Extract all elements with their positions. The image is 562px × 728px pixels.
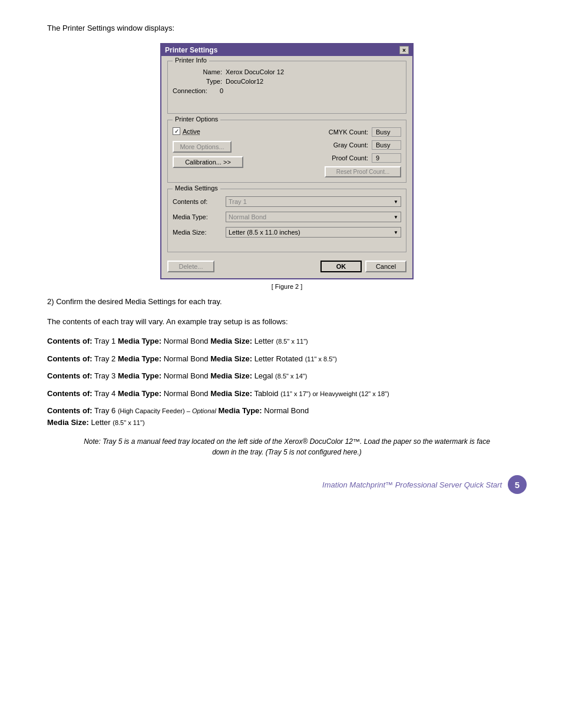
tray6-media-size-value: Letter xyxy=(91,418,113,427)
dialog-titlebar: Printer Settings × xyxy=(161,44,412,56)
more-options-button[interactable]: More Options... xyxy=(173,141,232,153)
close-button[interactable]: × xyxy=(399,46,409,54)
dialog-wrapper: Printer Settings × Printer Info Name: Xe… xyxy=(47,43,527,290)
tray2-contents-label: Contents of: xyxy=(47,354,92,363)
active-label: Active xyxy=(183,128,200,135)
tray2-line: Contents of: Tray 2 Media Type: Normal B… xyxy=(47,353,527,365)
media-settings-content: Contents of: Tray 1 ▼ Media Type: Normal… xyxy=(173,196,401,247)
tray6-media-type-value: Normal Bond xyxy=(264,406,309,415)
printer-options-group: Printer Options ✓ Active More Options...… xyxy=(167,120,406,183)
cmyk-value: Busy xyxy=(372,127,401,137)
cmyk-count-row: CMYK Count: Busy xyxy=(289,127,401,137)
calibration-button[interactable]: Calibration... >> xyxy=(173,156,243,168)
tray3-media-type-label: Media Type: xyxy=(118,371,161,380)
ok-button[interactable]: OK xyxy=(320,261,362,272)
dialog-body: Printer Info Name: Xerox DocuColor 12 Ty… xyxy=(161,56,412,278)
tray4-line: Contents of: Tray 4 Media Type: Normal B… xyxy=(47,388,527,400)
printer-info-content: Name: Xerox DocuColor 12 Type: DocuColor… xyxy=(173,68,401,108)
printer-settings-dialog: Printer Settings × Printer Info Name: Xe… xyxy=(160,43,414,279)
tray4-contents-value: Tray 4 xyxy=(94,389,118,398)
tray3-line: Contents of: Tray 3 Media Type: Normal B… xyxy=(47,370,527,382)
printer-info-label: Printer Info xyxy=(173,57,209,64)
tray4-contents-label: Contents of: xyxy=(47,389,92,398)
tray2-media-size-detail: (11" x 8.5") xyxy=(305,355,337,363)
note-block: Note: Tray 5 is a manual feed tray locat… xyxy=(82,436,491,457)
tray1-line: Contents of: Tray 1 Media Type: Normal B… xyxy=(47,335,527,347)
active-checkbox-row: ✓ Active xyxy=(173,127,285,135)
tray1-media-type-value: Normal Bond xyxy=(164,337,210,345)
dialog-footer: Delete... OK Cancel xyxy=(167,258,406,272)
tray4-media-size-label: Media Size: xyxy=(210,389,252,398)
proof-label: Proof Count: xyxy=(289,154,368,162)
page-footer: Imation Matchprint™ Professional Server … xyxy=(47,475,527,494)
media-type-label: Media Type: xyxy=(173,213,226,220)
reset-proof-button[interactable]: Reset Proof Count... xyxy=(325,166,401,177)
tray1-media-size-label: Media Size: xyxy=(210,337,252,345)
tray6-line: Contents of: Tray 6 (High Capacity Feede… xyxy=(47,405,527,428)
printer-options-label: Printer Options xyxy=(173,116,220,123)
type-row: Type: DocuColor12 xyxy=(173,78,401,85)
tray6-media-type-label: Media Type: xyxy=(218,406,262,415)
tray4-media-size-detail: (11" x 17") or Heavyweight (12" x 18") xyxy=(280,390,389,397)
tray3-contents-value: Tray 3 xyxy=(94,371,118,380)
media-settings-group: Media Settings Contents of: Tray 1 ▼ Med… xyxy=(167,189,406,252)
tray3-contents-label: Contents of: xyxy=(47,371,92,380)
dialog-title: Printer Settings xyxy=(165,46,217,54)
section2-text: The contents of each tray will vary. An … xyxy=(47,316,527,328)
tray6-contents-label: Contents of: xyxy=(47,406,92,415)
media-type-dropdown[interactable]: Normal Bond ▼ xyxy=(226,212,401,222)
tray1-media-size-detail: (8.5" x 11") xyxy=(276,338,308,345)
name-label: Name: xyxy=(173,68,226,75)
figure-caption: [ Figure 2 ] xyxy=(272,283,303,290)
name-value: Xerox DocuColor 12 xyxy=(226,68,284,75)
contents-dropdown-arrow: ▼ xyxy=(394,199,398,205)
gray-value: Busy xyxy=(372,140,401,150)
media-size-dropdown[interactable]: Letter (8.5 x 11.0 inches) ▼ xyxy=(226,227,401,238)
gray-label: Gray Count: xyxy=(289,141,368,149)
active-checkbox[interactable]: ✓ xyxy=(173,127,180,135)
media-type-value: Normal Bond xyxy=(229,213,266,220)
type-label: Type: xyxy=(173,78,226,85)
tray3-media-size-detail: (8.5" x 14") xyxy=(275,373,307,380)
tray2-media-type-value: Normal Bond xyxy=(164,354,210,363)
tray6-contents-value: Tray 6 xyxy=(94,406,118,415)
contents-of-value: Tray 1 xyxy=(229,198,247,205)
tray1-media-size-value: Letter xyxy=(254,337,276,345)
connection-label: Connection: xyxy=(173,87,220,94)
tray1-media-type-label: Media Type: xyxy=(118,337,161,345)
tray4-media-size-value: Tabloid xyxy=(254,389,280,398)
tray6-media-size-detail: (8.5" x 11") xyxy=(113,419,144,426)
tray2-contents-value: Tray 2 xyxy=(94,354,118,363)
tray6-contents-detail: (High Capacity Feeder) – Optional xyxy=(118,407,216,414)
connection-row: Connection: 0 xyxy=(173,87,401,94)
contents-of-label: Contents of: xyxy=(173,198,226,205)
gray-count-row: Gray Count: Busy xyxy=(289,140,401,150)
cancel-button[interactable]: Cancel xyxy=(365,261,406,272)
tray6-media-size-label: Media Size: xyxy=(47,418,89,427)
options-right: CMYK Count: Busy Gray Count: Busy Proof … xyxy=(289,127,401,177)
contents-of-dropdown[interactable]: Tray 1 ▼ xyxy=(226,196,401,207)
options-layout: ✓ Active More Options... Calibration... … xyxy=(173,127,401,177)
printer-options-content: ✓ Active More Options... Calibration... … xyxy=(173,127,401,177)
connection-value: 0 xyxy=(220,87,223,94)
options-left: ✓ Active More Options... Calibration... … xyxy=(173,127,285,177)
media-type-dropdown-arrow: ▼ xyxy=(394,215,398,220)
media-size-row: Media Size: Letter (8.5 x 11.0 inches) ▼ xyxy=(173,227,401,238)
delete-button[interactable]: Delete... xyxy=(167,261,214,272)
printer-info-group: Printer Info Name: Xerox DocuColor 12 Ty… xyxy=(167,61,406,114)
tray2-media-size-value: Letter Rotated xyxy=(254,354,305,363)
tray1-contents-label: Contents of: xyxy=(47,337,92,345)
name-row: Name: Xerox DocuColor 12 xyxy=(173,68,401,75)
tray4-media-type-label: Media Type: xyxy=(118,389,161,398)
type-value: DocuColor12 xyxy=(226,78,263,85)
proof-count-row: Proof Count: 9 xyxy=(289,153,401,163)
media-settings-label: Media Settings xyxy=(173,185,220,192)
intro-text: The Printer Settings window displays: xyxy=(47,24,527,32)
media-type-row: Media Type: Normal Bond ▼ xyxy=(173,212,401,222)
media-size-label: Media Size: xyxy=(173,229,226,236)
contents-of-row: Contents of: Tray 1 ▼ xyxy=(173,196,401,207)
note-text: Note: Tray 5 is a manual feed tray locat… xyxy=(84,437,490,456)
tray3-media-size-value: Legal xyxy=(254,371,275,380)
footer-brand: Imation Matchprint™ Professional Server … xyxy=(322,480,502,489)
tray1-contents-value: Tray 1 xyxy=(94,337,118,345)
